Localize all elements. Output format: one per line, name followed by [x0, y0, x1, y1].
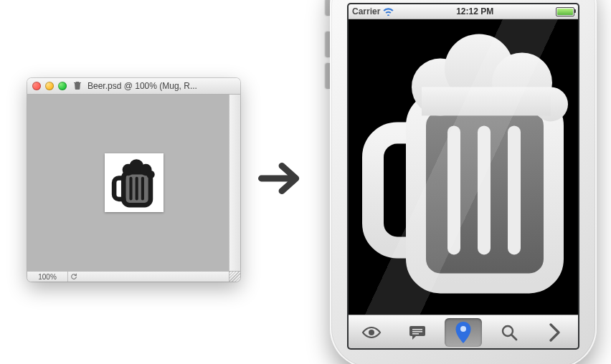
tab-comment[interactable] [394, 315, 440, 348]
svg-rect-13 [508, 125, 521, 254]
status-bar: Carrier 12:12 PM [349, 4, 578, 19]
canvas-area[interactable] [27, 95, 240, 271]
beer-mug-icon [356, 25, 571, 297]
right-arrow-icon [258, 155, 306, 202]
status-left: Carrier [352, 6, 394, 16]
svg-rect-20 [412, 329, 422, 330]
refresh-icon[interactable] [68, 273, 80, 282]
carrier-label: Carrier [352, 6, 380, 16]
resize-corner[interactable] [229, 272, 240, 282]
iphone-device: Carrier 12:12 PM [330, 0, 597, 364]
comment-icon [409, 325, 426, 340]
close-button[interactable] [32, 82, 41, 90]
search-icon [501, 324, 518, 341]
tab-eye[interactable] [349, 315, 394, 348]
beer-mug-icon [105, 153, 164, 212]
device-screen: Carrier 12:12 PM [349, 4, 578, 348]
svg-point-19 [369, 330, 374, 335]
tab-more[interactable] [532, 315, 578, 348]
window-statusbar: 100% [27, 271, 240, 282]
document-canvas[interactable] [105, 153, 164, 212]
svg-rect-3 [135, 177, 138, 201]
svg-rect-21 [412, 331, 422, 332]
minimize-button[interactable] [45, 82, 54, 90]
svg-rect-11 [447, 125, 460, 254]
svg-rect-22 [412, 333, 419, 335]
svg-rect-4 [141, 177, 143, 201]
pin-icon [455, 322, 471, 343]
clock: 12:12 PM [456, 6, 493, 16]
svg-rect-12 [478, 125, 491, 254]
svg-line-25 [512, 335, 517, 340]
svg-point-23 [460, 326, 466, 332]
eye-icon [361, 325, 382, 340]
photoshop-window: Beer.psd @ 100% (Mug, R... 10 [27, 78, 240, 282]
svg-rect-18 [422, 87, 551, 115]
svg-rect-2 [129, 177, 132, 201]
trash-icon [74, 81, 81, 91]
battery-icon [556, 7, 574, 16]
wifi-icon [383, 8, 394, 16]
zoom-button[interactable] [58, 82, 67, 90]
window-title: Beer.psd @ 100% (Mug, R... [87, 81, 235, 91]
window-titlebar[interactable]: Beer.psd @ 100% (Mug, R... [27, 78, 240, 95]
vertical-scrollbar[interactable] [229, 95, 240, 271]
status-right [556, 7, 574, 16]
svg-point-8 [146, 171, 154, 178]
zoom-level[interactable]: 100% [27, 272, 68, 282]
tab-search[interactable] [486, 315, 532, 348]
tab-bar [349, 315, 578, 348]
tab-pin[interactable] [440, 315, 486, 348]
app-content[interactable] [349, 19, 578, 315]
chevron-right-icon [549, 323, 562, 342]
